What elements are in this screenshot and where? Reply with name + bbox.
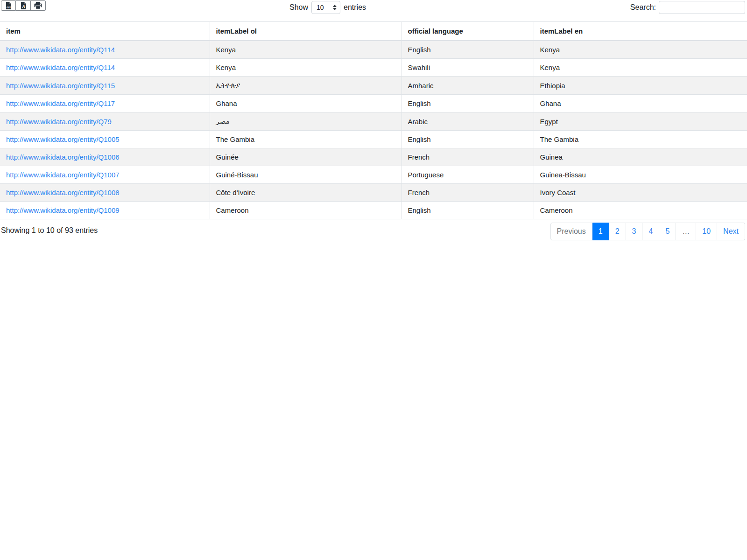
export-csv-button[interactable]: csv — [1, 0, 16, 11]
item-link[interactable]: http://www.wikidata.org/entity/Q1005 — [6, 135, 120, 143]
item-link[interactable]: http://www.wikidata.org/entity/Q1007 — [6, 171, 120, 179]
search-input[interactable] — [659, 1, 745, 14]
official-language-cell: English — [402, 202, 534, 219]
header-row: itemitemLabel olofficial languageitemLab… — [0, 22, 747, 41]
item-label-en-cell: Kenya — [534, 59, 747, 77]
pagination-page-4[interactable]: 4 — [642, 223, 659, 240]
svg-text:csv: csv — [7, 6, 11, 8]
pagination-item[interactable]: 3 — [626, 223, 643, 240]
item-link[interactable]: http://www.wikidata.org/entity/Q1008 — [6, 189, 120, 196]
item-cell: http://www.wikidata.org/entity/Q1007 — [0, 166, 210, 184]
item-label-en-cell: Guinea-Bissau — [534, 166, 747, 184]
item-label-ol-cell: Cameroon — [210, 202, 402, 219]
printer-icon — [34, 2, 42, 9]
item-label-en-cell: Ghana — [534, 95, 747, 112]
export-buttons: csv A — [1, 0, 46, 11]
item-cell: http://www.wikidata.org/entity/Q1008 — [0, 184, 210, 202]
pagination-page-10[interactable]: 10 — [696, 223, 717, 240]
show-label: Show — [289, 3, 308, 12]
pagination-item[interactable]: 10 — [696, 223, 717, 240]
item-link[interactable]: http://www.wikidata.org/entity/Q115 — [6, 82, 115, 90]
item-label-ol-cell: Kenya — [210, 59, 402, 77]
column-header[interactable]: itemLabel ol — [210, 22, 402, 41]
official-language-cell: English — [402, 95, 534, 112]
entries-label: entries — [344, 3, 366, 12]
pagination-item[interactable]: 4 — [642, 223, 659, 240]
official-language-cell: English — [402, 131, 534, 148]
item-label-ol-cell: Ghana — [210, 95, 402, 112]
official-language-cell: Portuguese — [402, 166, 534, 184]
official-language-cell: French — [402, 148, 534, 166]
pagination-previous[interactable]: Previous — [550, 223, 592, 240]
results-table: itemitemLabel olofficial languageitemLab… — [0, 21, 747, 219]
item-cell: http://www.wikidata.org/entity/Q115 — [0, 77, 210, 95]
pagination-ellipsis: … — [676, 223, 696, 240]
table-row: http://www.wikidata.org/entity/Q1009Came… — [0, 202, 747, 219]
item-link[interactable]: http://www.wikidata.org/entity/Q1006 — [6, 153, 120, 161]
item-label-en-cell: Ethiopia — [534, 77, 747, 95]
item-cell: http://www.wikidata.org/entity/Q79 — [0, 112, 210, 131]
item-cell: http://www.wikidata.org/entity/Q1005 — [0, 131, 210, 148]
official-language-cell: French — [402, 184, 534, 202]
item-cell: http://www.wikidata.org/entity/Q114 — [0, 59, 210, 77]
item-link[interactable]: http://www.wikidata.org/entity/Q1009 — [6, 206, 120, 214]
pagination: Previous12345…10Next — [550, 223, 745, 240]
pagination-item[interactable]: 5 — [659, 223, 676, 240]
table-row: http://www.wikidata.org/entity/Q1007Guin… — [0, 166, 747, 184]
official-language-cell: Amharic — [402, 77, 534, 95]
pagination-item[interactable]: 1 — [592, 223, 609, 240]
table-info: Showing 1 to 10 of 93 entries — [0, 223, 98, 235]
pagination-page-1[interactable]: 1 — [592, 223, 609, 240]
item-cell: http://www.wikidata.org/entity/Q114 — [0, 41, 210, 59]
item-label-en-cell: Ivory Coast — [534, 184, 747, 202]
table-footer: Showing 1 to 10 of 93 entries Previous12… — [0, 223, 747, 240]
column-header[interactable]: itemLabel en — [534, 22, 747, 41]
item-link[interactable]: http://www.wikidata.org/entity/Q117 — [6, 99, 115, 107]
search-control: Search: — [630, 1, 745, 14]
column-header[interactable]: item — [0, 22, 210, 41]
item-link[interactable]: http://www.wikidata.org/entity/Q114 — [6, 46, 115, 54]
pagination-page-2[interactable]: 2 — [609, 223, 626, 240]
table-row: http://www.wikidata.org/entity/Q1008Côte… — [0, 184, 747, 202]
table-row: http://www.wikidata.org/entity/Q79مصرAra… — [0, 112, 747, 131]
official-language-cell: Swahili — [402, 59, 534, 77]
column-header[interactable]: official language — [402, 22, 534, 41]
item-label-en-cell: The Gambia — [534, 131, 747, 148]
item-label-en-cell: Cameroon — [534, 202, 747, 219]
item-label-ol-cell: مصر — [210, 112, 402, 131]
page-length-select[interactable]: 10 — [311, 1, 340, 14]
item-link[interactable]: http://www.wikidata.org/entity/Q79 — [6, 118, 112, 126]
svg-text:A: A — [21, 4, 25, 9]
search-label: Search: — [630, 3, 656, 12]
table-row: http://www.wikidata.org/entity/Q114Kenya… — [0, 41, 747, 59]
csv-file-icon: csv — [5, 1, 12, 10]
item-label-ol-cell: Kenya — [210, 41, 402, 59]
item-label-ol-cell: ኢትዮጵያ — [210, 77, 402, 95]
pagination-page-5[interactable]: 5 — [659, 223, 676, 240]
pagination-item[interactable]: Previous — [550, 223, 592, 240]
item-label-en-cell: Egypt — [534, 112, 747, 131]
pagination-item[interactable]: Next — [717, 223, 745, 240]
item-cell: http://www.wikidata.org/entity/Q1009 — [0, 202, 210, 219]
pagination-next[interactable]: Next — [717, 223, 745, 240]
pdf-file-icon: A — [20, 1, 27, 10]
item-label-en-cell: Guinea — [534, 148, 747, 166]
item-cell: http://www.wikidata.org/entity/Q1006 — [0, 148, 210, 166]
table-row: http://www.wikidata.org/entity/Q114Kenya… — [0, 59, 747, 77]
official-language-cell: English — [402, 41, 534, 59]
table-controls: csv A Show 10 entries — [0, 0, 747, 21]
item-cell: http://www.wikidata.org/entity/Q117 — [0, 95, 210, 112]
item-label-en-cell: Kenya — [534, 41, 747, 59]
pagination-page-3[interactable]: 3 — [626, 223, 643, 240]
pagination-item[interactable]: 2 — [609, 223, 626, 240]
print-button[interactable] — [31, 0, 46, 11]
item-label-ol-cell: Guiné-Bissau — [210, 166, 402, 184]
table-row: http://www.wikidata.org/entity/Q1005The … — [0, 131, 747, 148]
item-label-ol-cell: Guinée — [210, 148, 402, 166]
export-pdf-button[interactable]: A — [16, 0, 31, 11]
table-row: http://www.wikidata.org/entity/Q115ኢትዮጵያ… — [0, 77, 747, 95]
item-link[interactable]: http://www.wikidata.org/entity/Q114 — [6, 63, 115, 71]
table-row: http://www.wikidata.org/entity/Q117Ghana… — [0, 95, 747, 112]
item-label-ol-cell: Côte d'Ivoire — [210, 184, 402, 202]
official-language-cell: Arabic — [402, 112, 534, 131]
